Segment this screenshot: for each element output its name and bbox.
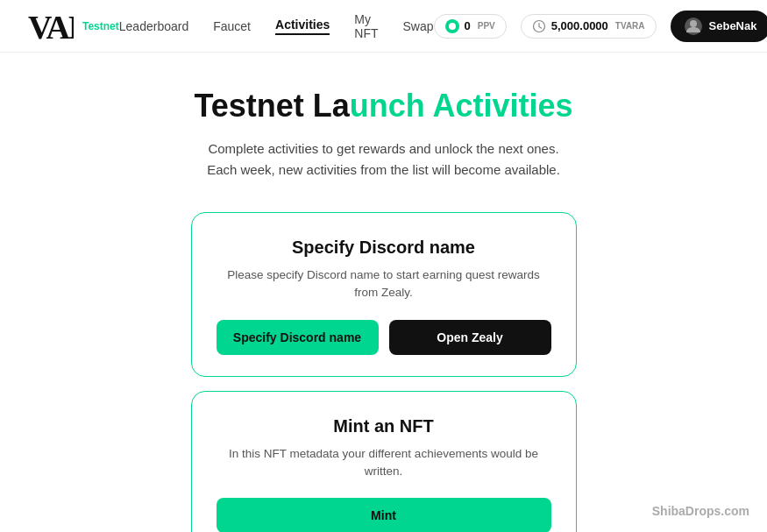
- ppv-value: 0: [465, 19, 471, 32]
- nav-leaderboard[interactable]: Leaderboard: [119, 19, 188, 33]
- nav-swap[interactable]: Swap: [402, 19, 433, 33]
- specify-discord-button[interactable]: Specify Discord name: [217, 320, 379, 355]
- page-title: Testnet Launch Activities: [194, 88, 572, 124]
- page-subtitle: Complete activities to get rewards and u…: [207, 138, 560, 181]
- testnet-badge: Testnet: [82, 20, 119, 32]
- ppv-icon: [445, 19, 459, 33]
- tvara-value: 5,000.0000: [551, 19, 608, 32]
- ppv-unit: PPV: [478, 21, 495, 31]
- nft-buttons: Mint: [217, 498, 551, 532]
- nav-activities[interactable]: Activities: [275, 18, 330, 35]
- mint-button[interactable]: Mint: [217, 498, 551, 532]
- ppv-balance: 0 PPV: [434, 14, 507, 39]
- open-zealy-button[interactable]: Open Zealy: [389, 320, 551, 355]
- svg-text:VARA: VARA: [28, 9, 74, 46]
- user-avatar: [685, 18, 702, 35]
- nft-title: Mint an NFT: [333, 416, 433, 436]
- header-right: 0 PPV 5,000.0000 TVARA SebeNak: [434, 11, 767, 42]
- nav-my-nft[interactable]: My NFT: [354, 12, 378, 40]
- clock-icon: [532, 19, 546, 33]
- activity-card-discord: Specify Discord name Please specify Disc…: [191, 212, 577, 377]
- header: VARA Testnet Leaderboard Faucet Activiti…: [0, 0, 767, 53]
- main-nav: Leaderboard Faucet Activities My NFT Swa…: [119, 12, 434, 40]
- tvara-balance: 5,000.0000 TVARA: [521, 14, 657, 39]
- discord-desc: Please specify Discord name to start ear…: [217, 266, 551, 302]
- user-menu-button[interactable]: SebeNak: [671, 11, 767, 42]
- discord-title: Specify Discord name: [292, 238, 475, 258]
- user-name: SebeNak: [709, 19, 757, 32]
- main-content: Testnet Launch Activities Complete activ…: [0, 53, 767, 532]
- page-title-normal: Testnet La: [194, 88, 349, 124]
- header-left: VARA Testnet: [28, 7, 119, 46]
- nav-faucet[interactable]: Faucet: [213, 19, 251, 33]
- tvara-unit: TVARA: [615, 21, 645, 31]
- page-subtitle-line2: Each week, new activities from the list …: [207, 162, 560, 177]
- activities-list: Specify Discord name Please specify Disc…: [191, 212, 577, 532]
- discord-buttons: Specify Discord name Open Zealy: [217, 320, 551, 355]
- svg-point-2: [690, 20, 697, 27]
- page-title-highlight: unch Activities: [350, 88, 573, 124]
- nft-desc: In this NFT metadata your different achi…: [217, 445, 551, 481]
- activity-card-nft: Mint an NFT In this NFT metadata your di…: [191, 391, 577, 533]
- vara-logo: VARA: [28, 7, 74, 46]
- page-subtitle-line1: Complete activities to get rewards and u…: [208, 141, 558, 156]
